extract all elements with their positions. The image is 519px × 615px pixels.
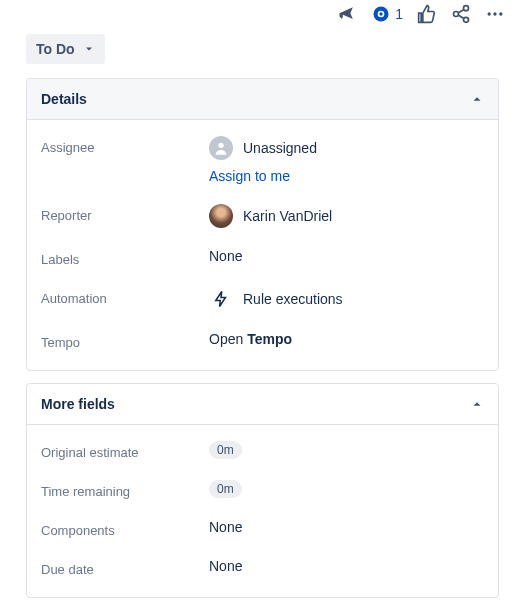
status-label: To Do xyxy=(36,41,75,57)
automation-row: Automation Rule executions xyxy=(27,277,498,321)
watch-button[interactable]: 1 xyxy=(371,4,403,24)
svg-point-7 xyxy=(493,12,496,15)
svg-point-9 xyxy=(218,143,223,148)
tempo-label: Tempo xyxy=(41,331,209,350)
assignee-value: Unassigned Assign to me xyxy=(209,136,317,184)
components-row: Components None xyxy=(27,509,498,548)
assignee-label: Assignee xyxy=(41,136,209,155)
more-fields-header[interactable]: More fields xyxy=(27,384,498,425)
due-date-text: None xyxy=(209,558,242,574)
labels-label: Labels xyxy=(41,248,209,267)
automation-value: Rule executions xyxy=(209,287,343,311)
like-icon[interactable] xyxy=(417,4,437,24)
automation-text: Rule executions xyxy=(243,291,343,307)
details-panel: Details Assignee Unassigned Assign to me… xyxy=(26,78,499,371)
chevron-up-icon xyxy=(470,92,484,106)
more-icon[interactable] xyxy=(485,4,505,24)
details-body: Assignee Unassigned Assign to me Reporte… xyxy=(27,120,498,370)
chevron-down-icon xyxy=(83,43,95,55)
tempo-prefix: Open xyxy=(209,331,247,347)
labels-value[interactable]: None xyxy=(209,248,242,264)
reporter-line[interactable]: Karin VanDriel xyxy=(209,204,332,228)
labels-row: Labels None xyxy=(27,238,498,277)
chevron-up-icon xyxy=(470,397,484,411)
time-remaining-value[interactable]: 0m xyxy=(209,480,242,498)
labels-text: None xyxy=(209,248,242,264)
time-remaining-label: Time remaining xyxy=(41,480,209,499)
original-estimate-value[interactable]: 0m xyxy=(209,441,242,459)
status-dropdown[interactable]: To Do xyxy=(26,34,105,64)
reporter-value: Karin VanDriel xyxy=(209,204,332,228)
original-estimate-row: Original estimate 0m xyxy=(27,431,498,470)
reporter-row: Reporter Karin VanDriel xyxy=(27,194,498,238)
assignee-row: Assignee Unassigned Assign to me xyxy=(27,126,498,194)
assign-to-me-link[interactable]: Assign to me xyxy=(209,168,317,184)
details-title: Details xyxy=(41,91,87,107)
svg-point-2 xyxy=(380,12,383,15)
svg-point-8 xyxy=(499,12,502,15)
share-icon[interactable] xyxy=(451,4,471,24)
svg-point-6 xyxy=(488,12,491,15)
svg-point-5 xyxy=(464,17,469,22)
more-fields-panel: More fields Original estimate 0m Time re… xyxy=(26,383,499,598)
status-row: To Do xyxy=(0,34,519,78)
automation-line[interactable]: Rule executions xyxy=(209,287,343,311)
top-actions: 1 xyxy=(0,0,519,34)
more-fields-body: Original estimate 0m Time remaining 0m C… xyxy=(27,425,498,597)
time-remaining-pill: 0m xyxy=(209,480,242,498)
components-label: Components xyxy=(41,519,209,538)
tempo-value[interactable]: Open Tempo xyxy=(209,331,292,347)
watch-count: 1 xyxy=(395,6,403,22)
components-value[interactable]: None xyxy=(209,519,242,535)
bolt-icon xyxy=(209,287,233,311)
tempo-bold: Tempo xyxy=(247,331,292,347)
svg-point-4 xyxy=(454,12,459,17)
reporter-name: Karin VanDriel xyxy=(243,208,332,224)
avatar xyxy=(209,204,233,228)
components-text: None xyxy=(209,519,242,535)
reporter-label: Reporter xyxy=(41,204,209,223)
assignee-line[interactable]: Unassigned xyxy=(209,136,317,160)
feedback-icon[interactable] xyxy=(337,4,357,24)
due-date-label: Due date xyxy=(41,558,209,577)
more-fields-title: More fields xyxy=(41,396,115,412)
assignee-name: Unassigned xyxy=(243,140,317,156)
due-date-value[interactable]: None xyxy=(209,558,242,574)
svg-point-3 xyxy=(464,6,469,11)
details-header[interactable]: Details xyxy=(27,79,498,120)
time-remaining-row: Time remaining 0m xyxy=(27,470,498,509)
tempo-row: Tempo Open Tempo xyxy=(27,321,498,360)
original-estimate-label: Original estimate xyxy=(41,441,209,460)
tempo-text: Open Tempo xyxy=(209,331,292,347)
eye-icon xyxy=(371,4,391,24)
automation-label: Automation xyxy=(41,287,209,306)
original-estimate-pill: 0m xyxy=(209,441,242,459)
due-date-row: Due date None xyxy=(27,548,498,587)
person-icon xyxy=(209,136,233,160)
